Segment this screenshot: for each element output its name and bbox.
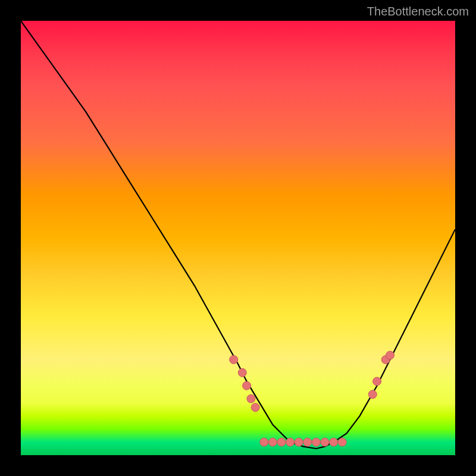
data-point — [238, 368, 246, 377]
data-point — [321, 438, 329, 446]
data-point — [368, 390, 377, 399]
data-point — [286, 438, 295, 446]
data-point — [230, 355, 238, 364]
attribution-text: TheBottleneck.com — [367, 5, 469, 18]
bottleneck-curve — [21, 21, 455, 449]
data-point — [277, 438, 286, 446]
data-point — [303, 438, 312, 446]
chart-frame: TheBottleneck.com — [0, 0, 476, 476]
data-point — [330, 438, 338, 446]
data-point — [373, 377, 381, 386]
chart-svg — [21, 21, 455, 455]
data-point — [268, 438, 277, 446]
data-point — [312, 438, 320, 446]
data-point — [386, 351, 394, 359]
data-point — [251, 403, 259, 412]
data-point — [247, 394, 255, 403]
data-point — [260, 438, 268, 446]
data-point — [295, 438, 303, 446]
data-point — [338, 438, 346, 446]
plot-area — [21, 21, 455, 455]
data-point — [243, 381, 251, 390]
